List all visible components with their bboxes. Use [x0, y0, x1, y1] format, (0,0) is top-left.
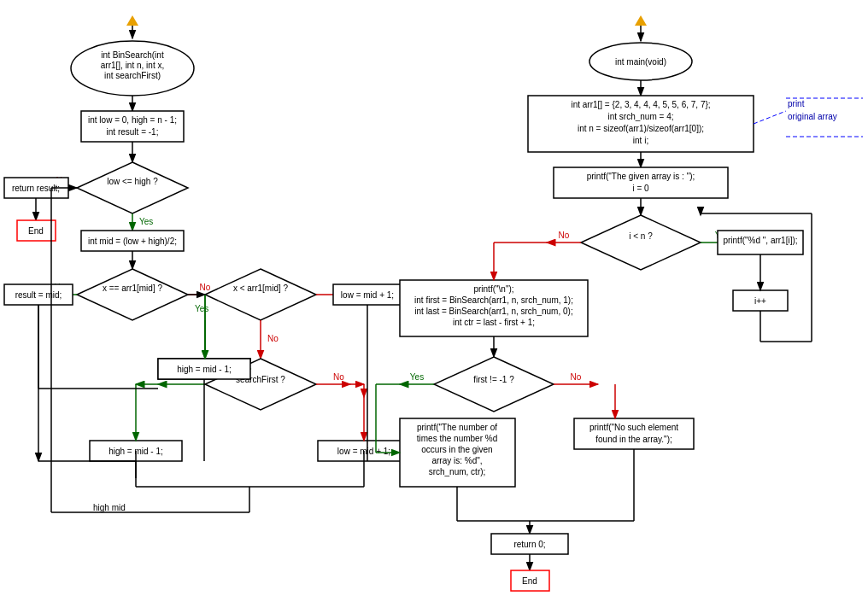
svg-text:int i;: int i; [633, 136, 648, 145]
svg-text:low <= high ?: low <= high ? [107, 177, 158, 186]
cond1-node [77, 162, 188, 213]
svg-text:printf("The given array is :  : printf("The given array is : "); [587, 172, 695, 181]
label-no2: No [200, 283, 211, 292]
svg-text:int first = BinSearch(arr1, n,: int first = BinSearch(arr1, n, srch_num,… [414, 295, 573, 305]
svg-text:found in the array.");: found in the array."); [595, 435, 672, 444]
flowchart: int BinSearch(int arr1[], int n, int x, … [0, 0, 868, 602]
cond2-node [77, 269, 188, 320]
label-yes3: Yes [195, 304, 208, 313]
svg-text:srch_num, ctr);: srch_num, ctr); [429, 467, 486, 476]
svg-text:printf("The number of: printf("The number of [417, 423, 497, 432]
high-mid-label: high mid [93, 503, 126, 512]
annotation-print: print [788, 99, 805, 108]
dashed-line [754, 111, 786, 124]
svg-text:int n = sizeof(arr1)/sizeof(ar: int n = sizeof(arr1)/sizeof(arr1[0]); [578, 124, 704, 133]
svg-text:return 0;: return 0; [513, 540, 545, 549]
label-yes6: Yes [410, 372, 424, 382]
cond6-node [434, 357, 554, 412]
svg-text:occurs in the given: occurs in the given [421, 445, 492, 454]
label-no3: No [267, 334, 279, 343]
svg-text:End: End [522, 576, 537, 586]
svg-text:int result = -1;: int result = -1; [107, 127, 159, 137]
svg-text:low = mid + 1;: low = mid + 1; [341, 290, 394, 300]
svg-text:int arr1[] = {2, 3, 4, 4, 4, 5: int arr1[] = {2, 3, 4, 4, 4, 5, 5, 6, 7,… [571, 100, 710, 109]
svg-text:End: End [28, 226, 44, 236]
svg-text:times the number %d: times the number %d [417, 434, 498, 443]
cond5-node [581, 215, 701, 270]
svg-text:int main(void): int main(void) [615, 57, 666, 67]
label-yes1: Yes [139, 217, 153, 226]
svg-text:result = mid;: result = mid; [15, 290, 62, 300]
svg-text:int ctr = last - first + 1;: int ctr = last - first + 1; [453, 318, 535, 327]
label-no5: No [559, 231, 570, 240]
svg-text:array is:  %d",: array is: %d", [431, 456, 482, 465]
svg-text:int searchFirst): int searchFirst) [104, 71, 161, 80]
svg-text:int last = BinSearch(arr1, n, : int last = BinSearch(arr1, n, srch_num, … [414, 307, 572, 316]
svg-text:first != -1 ?: first != -1 ? [473, 375, 514, 384]
svg-text:printf("\n");: printf("\n"); [473, 284, 513, 294]
label-no6: No [571, 372, 582, 382]
svg-text:i = 0: i = 0 [632, 184, 649, 193]
svg-text:int mid = (low + high)/2;: int mid = (low + high)/2; [88, 237, 177, 246]
svg-text:int low = 0, high = n - 1;: int low = 0, high = n - 1; [88, 115, 177, 125]
svg-text:printf("No such element: printf("No such element [589, 423, 678, 432]
func-sig-text: int BinSearch(int [101, 50, 164, 60]
svg-text:x < arr1[mid] ?: x < arr1[mid] ? [233, 283, 289, 293]
svg-text:x == arr1[mid] ?: x == arr1[mid] ? [103, 283, 162, 293]
cond3-node [205, 269, 316, 320]
svg-text:high = mid - 1;: high = mid - 1; [177, 365, 232, 374]
annotation-original: original array [788, 112, 837, 121]
svg-text:int srch_num = 4;: int srch_num = 4; [608, 112, 674, 121]
svg-text:i < n ?: i < n ? [629, 231, 653, 241]
label-no4: No [333, 372, 344, 382]
svg-text:printf("%d ", arr1[i]);: printf("%d ", arr1[i]); [723, 236, 797, 245]
start-arrow-1 [126, 15, 138, 26]
svg-text:arr1[], int n, int x,: arr1[], int n, int x, [101, 61, 164, 70]
svg-text:i++: i++ [754, 296, 766, 306]
start-arrow-2 [635, 15, 647, 26]
